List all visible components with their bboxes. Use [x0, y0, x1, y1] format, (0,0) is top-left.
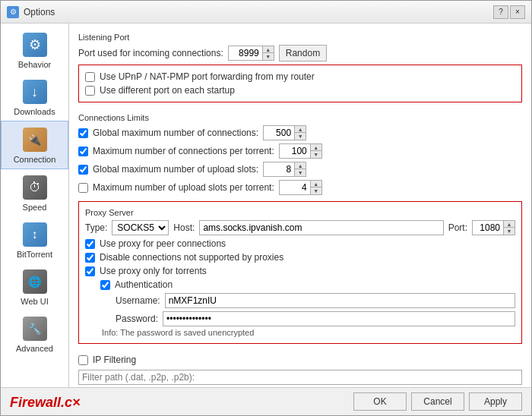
sidebar-item-behavior[interactable]: Behavior: [1, 27, 68, 74]
auth-checkbox[interactable]: [100, 280, 110, 290]
max-upload-per-torrent-checkbox[interactable]: [78, 183, 88, 193]
logo-firewall: Firewall: [10, 395, 61, 410]
global-max-spin-down[interactable]: ▼: [295, 133, 306, 140]
proxy-port-spin-up[interactable]: ▲: [504, 221, 515, 228]
global-max-spin-up[interactable]: ▲: [295, 126, 306, 133]
sidebar-item-connection[interactable]: Connection: [1, 121, 68, 169]
max-per-torrent-spin-down[interactable]: ▼: [311, 151, 321, 158]
sidebar-label-connection: Connection: [14, 155, 56, 164]
window-icon: ⚙: [7, 6, 19, 18]
max-upload-per-torrent-wrap: 4 ▲ ▼: [279, 180, 322, 195]
close-button[interactable]: ×: [510, 5, 525, 19]
connection-limits-label: Connections Limits: [78, 113, 522, 122]
title-controls: ? ×: [493, 5, 525, 19]
diff-port-checkbox[interactable]: [85, 86, 95, 96]
port-input[interactable]: 8999: [229, 46, 262, 60]
sidebar-label-behavior: Behavior: [18, 60, 51, 69]
peer-proxy-label: Use proxy for peer connections: [100, 238, 226, 249]
port-label: Port used for incoming connections:: [78, 48, 223, 58]
max-per-torrent-spin-up[interactable]: ▲: [311, 144, 321, 151]
max-per-torrent-spin: ▲ ▼: [310, 144, 321, 158]
sidebar-label-bittorrent: BitTorrent: [17, 250, 52, 259]
sidebar-item-bittorrent[interactable]: BitTorrent: [1, 216, 68, 263]
peer-proxy-checkbox[interactable]: [85, 239, 95, 249]
username-input[interactable]: nMXF1znIU: [165, 293, 515, 308]
upnp-checkbox[interactable]: [85, 72, 95, 82]
peer-proxy-row: Use proxy for peer connections: [85, 238, 515, 249]
password-input[interactable]: [163, 311, 515, 326]
port-spin-down[interactable]: ▼: [263, 53, 274, 60]
diff-port-row: Use different port on each startup: [85, 85, 515, 96]
proxy-port-wrap: 1080 ▲ ▼: [472, 220, 515, 235]
behavior-icon: [23, 33, 47, 57]
title-bar: ⚙ Options ? ×: [1, 1, 531, 24]
max-per-torrent-label: Maximum number of connections per torren…: [93, 146, 274, 156]
disable-unsupported-checkbox[interactable]: [85, 253, 95, 263]
global-upload-checkbox[interactable]: [78, 165, 88, 175]
password-row: Password:: [116, 311, 515, 326]
advanced-icon: [23, 317, 47, 341]
speed-icon: [23, 175, 47, 200]
max-upload-per-torrent-spin-up[interactable]: ▲: [311, 181, 321, 188]
username-row: Username: nMXF1znIU: [116, 293, 515, 308]
advanced-icon-wrap: [21, 315, 49, 342]
proxy-host-input[interactable]: ams.socks.ipvanish.com: [199, 220, 443, 235]
max-upload-per-torrent-spin-down[interactable]: ▼: [311, 188, 321, 194]
webui-icon: [23, 269, 47, 294]
sidebar-item-speed[interactable]: Speed: [1, 169, 68, 216]
random-button[interactable]: Random: [279, 45, 327, 61]
proxy-box: Proxy Server Type: SOCKS5 None HTTP SOCK…: [78, 201, 522, 344]
global-upload-input[interactable]: 8: [264, 162, 294, 176]
proxy-type-row: Type: SOCKS5 None HTTP SOCKS4 Host: ams.…: [85, 220, 515, 235]
proxy-port-spin-down[interactable]: ▼: [504, 228, 515, 235]
connection-icon: [23, 128, 47, 152]
sidebar-label-speed: Speed: [23, 203, 47, 212]
ok-button[interactable]: OK: [353, 392, 407, 411]
ip-filtering-row: IP Filtering: [78, 355, 522, 365]
connection-limits-section: Connections Limits Global maximum number…: [78, 113, 522, 195]
sidebar-item-downloads[interactable]: Downloads: [1, 74, 68, 121]
behavior-icon-wrap: [21, 31, 49, 58]
global-max-row: Global maximum number of connections: 50…: [78, 125, 522, 140]
downloads-icon: [23, 80, 47, 104]
bittorrent-icon-wrap: [21, 221, 49, 248]
max-upload-per-torrent-row: Maximum number of upload slots per torre…: [78, 180, 522, 195]
global-upload-spin-down[interactable]: ▼: [295, 169, 306, 176]
global-max-wrap: 500 ▲ ▼: [263, 125, 306, 140]
global-max-checkbox[interactable]: [78, 128, 88, 138]
sidebar-item-webui[interactable]: Web UI: [1, 263, 68, 310]
auth-label: Authentication: [115, 279, 173, 290]
max-per-torrent-row: Maximum number of connections per torren…: [78, 143, 522, 159]
sidebar-item-advanced[interactable]: Advanced: [1, 310, 68, 358]
proxy-port-input[interactable]: 1080: [473, 221, 503, 235]
help-button[interactable]: ?: [493, 5, 508, 19]
proxy-section-label: Proxy Server: [85, 208, 515, 217]
downloads-icon-wrap: [21, 78, 49, 106]
global-max-label: Global maximum number of connections:: [93, 128, 258, 138]
webui-icon-wrap: [21, 268, 49, 295]
port-input-wrap: 8999 ▲ ▼: [228, 46, 274, 61]
disable-unsupported-label: Disable connections not supported by pro…: [100, 252, 283, 263]
only-torrents-checkbox[interactable]: [85, 266, 95, 276]
max-per-torrent-checkbox[interactable]: [78, 147, 88, 156]
bittorrent-icon: [23, 222, 47, 247]
global-upload-row: Global maximum number of upload slots: 8…: [78, 162, 522, 177]
upnp-label: Use UPnP / NAT-PMP port forwarding from …: [100, 71, 315, 82]
credentials-section: Username: nMXF1znIU Password:: [100, 293, 515, 326]
global-upload-spin-up[interactable]: ▲: [295, 162, 306, 169]
ip-filtering-checkbox[interactable]: [78, 355, 88, 365]
bottom-bar: Firewall.c× OK Cancel Apply: [1, 387, 531, 415]
apply-button[interactable]: Apply: [469, 392, 522, 411]
port-spin-up[interactable]: ▲: [263, 46, 274, 53]
sidebar-label-advanced: Advanced: [16, 344, 53, 353]
filter-path-input[interactable]: [78, 370, 522, 385]
cancel-button[interactable]: Cancel: [411, 392, 464, 411]
auth-section: Authentication Username: nMXF1znIU Passw…: [85, 279, 515, 337]
password-label: Password:: [116, 314, 158, 324]
global-max-input[interactable]: 500: [264, 126, 294, 140]
max-upload-per-torrent-input[interactable]: 4: [280, 181, 310, 194]
proxy-type-select[interactable]: SOCKS5 None HTTP SOCKS4: [112, 220, 169, 235]
max-per-torrent-input[interactable]: 100: [280, 144, 310, 158]
password-info-text: Info: The password is saved unencrypted: [102, 328, 515, 337]
proxy-type-label: Type:: [85, 222, 107, 233]
